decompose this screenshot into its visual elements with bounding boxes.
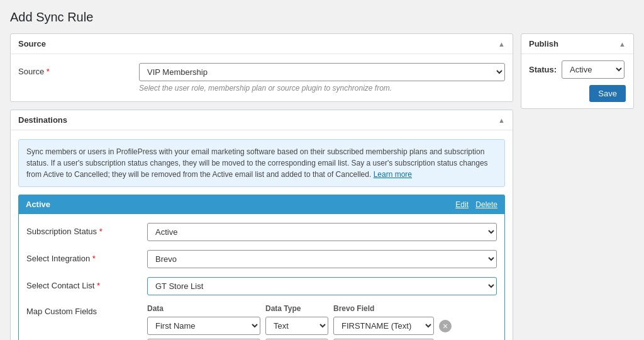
map-custom-fields-label: Map Custom Fields bbox=[26, 304, 140, 316]
destinations-panel-header: Destinations ▲ bbox=[11, 110, 513, 130]
map-field-row: First Name Last Name Email Text Number D… bbox=[147, 317, 497, 335]
select-integration-select[interactable]: Brevo Mailchimp bbox=[147, 250, 497, 268]
field-brevo-select-1[interactable]: FIRSTNAME (Text) LASTNAME (Text) EMAIL (… bbox=[333, 317, 434, 335]
destinations-panel: Destinations ▲ Sync members or users in … bbox=[10, 110, 513, 340]
select-contact-list-select[interactable]: GT Store List bbox=[147, 277, 497, 295]
info-box: Sync members or users in ProfilePress wi… bbox=[18, 139, 505, 187]
active-destination: Active Edit Delete Subscription Status * bbox=[18, 195, 505, 340]
dest-bar-actions: Edit Delete bbox=[450, 200, 497, 209]
destinations-panel-title: Destinations bbox=[18, 115, 67, 125]
info-text: Sync members or users in ProfilePress wi… bbox=[26, 147, 488, 179]
map-fields-area: Data Data Type Brevo Field First Name La… bbox=[147, 304, 497, 340]
subscription-status-row: Subscription Status * Active Cancelled E… bbox=[26, 223, 497, 241]
publish-panel-title: Publish bbox=[529, 39, 558, 48]
source-control: VIP Membership Select the user role, mem… bbox=[139, 63, 505, 93]
subscription-status-select[interactable]: Active Cancelled Expired bbox=[147, 223, 497, 241]
map-fields-header: Data Data Type Brevo Field bbox=[147, 304, 497, 313]
select-contact-list-label: Select Contact List * bbox=[26, 277, 140, 290]
page-title: Add Sync Rule bbox=[10, 10, 634, 25]
source-panel-chevron: ▲ bbox=[498, 40, 505, 48]
publish-panel: Publish ▲ Status: Active Inactive Save bbox=[521, 33, 634, 109]
active-dest-label: Active bbox=[26, 200, 50, 209]
field-data-select-1[interactable]: First Name Last Name Email bbox=[147, 317, 260, 335]
save-button[interactable]: Save bbox=[589, 85, 626, 102]
publish-panel-body: Status: Active Inactive Save bbox=[521, 54, 633, 108]
remove-field-1-button[interactable]: × bbox=[439, 320, 452, 332]
source-form-row: Source * VIP Membership Select the user … bbox=[18, 63, 505, 93]
subscription-status-label: Subscription Status * bbox=[26, 223, 140, 236]
col-type-header: Data Type bbox=[265, 304, 328, 313]
source-label: Source * bbox=[18, 63, 131, 76]
source-panel: Source ▲ Source * VIP Membership Select … bbox=[10, 33, 513, 102]
active-dest-bar: Active Edit Delete bbox=[18, 195, 505, 214]
status-label: Status: bbox=[529, 65, 557, 74]
select-integration-label: Select Integration * bbox=[26, 250, 140, 263]
dest-form: Subscription Status * Active Cancelled E… bbox=[18, 214, 505, 340]
subscription-status-control: Active Cancelled Expired bbox=[147, 223, 497, 241]
source-panel-header: Source ▲ bbox=[11, 34, 513, 54]
map-custom-fields-row: Map Custom Fields Data Data Type Brevo F… bbox=[26, 304, 497, 340]
publish-status-row: Status: Active Inactive bbox=[529, 60, 626, 79]
select-integration-control: Brevo Mailchimp bbox=[147, 250, 497, 268]
source-panel-title: Source bbox=[18, 39, 46, 48]
select-contact-list-row: Select Contact List * GT Store List bbox=[26, 277, 497, 295]
select-integration-row: Select Integration * Brevo Mailchimp bbox=[26, 250, 497, 268]
edit-link[interactable]: Edit bbox=[455, 200, 469, 209]
select-contact-list-control: GT Store List bbox=[147, 277, 497, 295]
col-field-header: Brevo Field bbox=[333, 304, 434, 313]
status-select[interactable]: Active Inactive bbox=[562, 60, 625, 79]
delete-link[interactable]: Delete bbox=[475, 200, 497, 209]
publish-panel-header: Publish ▲ bbox=[521, 34, 633, 54]
destinations-panel-chevron: ▲ bbox=[498, 116, 505, 124]
learn-more-link[interactable]: Learn more bbox=[374, 170, 412, 179]
source-select[interactable]: VIP Membership bbox=[139, 63, 505, 81]
col-data-header: Data bbox=[147, 304, 260, 313]
publish-chevron: ▲ bbox=[619, 40, 626, 48]
source-help-text: Select the user role, membership plan or… bbox=[139, 84, 505, 93]
field-type-select-1[interactable]: Text Number Date bbox=[265, 317, 328, 335]
